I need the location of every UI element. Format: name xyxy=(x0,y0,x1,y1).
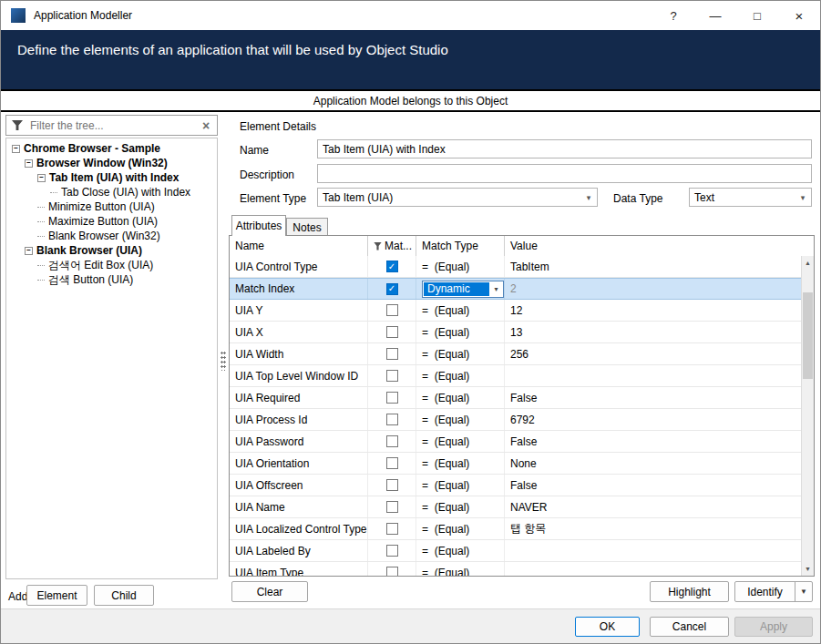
attribute-value[interactable]: 12 xyxy=(505,300,801,321)
attribute-value[interactable] xyxy=(505,562,801,576)
attribute-row[interactable]: UIA Control Type✓= (Equal)TabItem xyxy=(230,256,801,278)
attribute-value[interactable]: NAVER xyxy=(505,496,801,517)
highlight-button[interactable]: Highlight xyxy=(650,581,729,602)
attribute-row[interactable]: UIA Top Level Window ID= (Equal) xyxy=(230,365,801,387)
match-checkbox[interactable] xyxy=(386,545,398,557)
match-type-cell[interactable]: = (Equal) xyxy=(416,431,505,452)
element-type-dropdown[interactable]: Tab Item (UIA) ▾ xyxy=(317,188,598,207)
match-checkbox[interactable] xyxy=(386,567,398,576)
tree-item[interactable]: Minimize Button (UIA) xyxy=(6,199,217,214)
attribute-value[interactable] xyxy=(505,540,801,561)
tree-item[interactable]: 검색 Button (UIA) xyxy=(6,272,217,287)
attribute-row[interactable]: UIA X= (Equal)13 xyxy=(230,322,801,343)
attribute-value[interactable]: TabItem xyxy=(505,256,801,277)
maximize-button[interactable]: □ xyxy=(736,1,778,30)
attribute-row[interactable]: UIA Y= (Equal)12 xyxy=(230,300,801,322)
tree-collapse-icon[interactable]: − xyxy=(37,174,46,182)
match-checkbox[interactable] xyxy=(386,523,398,535)
match-type-cell[interactable]: = (Equal) xyxy=(416,409,505,430)
clear-button[interactable]: Clear xyxy=(231,581,308,602)
add-child-button[interactable]: Child xyxy=(94,585,154,606)
match-type-cell[interactable]: = (Equal) xyxy=(416,387,505,408)
tab-attributes[interactable]: Attributes xyxy=(231,215,286,236)
attribute-row[interactable]: UIA Offscreen= (Equal)False xyxy=(230,475,801,496)
match-type-cell[interactable]: = (Equal) xyxy=(416,256,505,277)
match-type-cell[interactable]: = (Equal) xyxy=(416,475,505,496)
attribute-value[interactable] xyxy=(505,365,801,386)
match-checkbox[interactable]: ✓ xyxy=(386,261,398,272)
match-checkbox[interactable] xyxy=(386,457,398,469)
match-type-cell[interactable]: = (Equal) xyxy=(416,540,505,561)
tree-item[interactable]: −Chrome Browser - Sample xyxy=(6,141,217,156)
ok-button[interactable]: OK xyxy=(575,617,640,637)
panel-splitter-handle[interactable] xyxy=(221,351,226,371)
attribute-value[interactable]: 256 xyxy=(505,343,801,364)
attribute-value[interactable]: 탭 항목 xyxy=(505,518,801,539)
match-type-cell[interactable]: = (Equal) xyxy=(416,453,505,474)
tree-collapse-icon[interactable]: − xyxy=(12,145,20,153)
identify-button[interactable]: Identify ▼ xyxy=(734,581,813,602)
identify-dropdown-icon[interactable]: ▼ xyxy=(795,582,812,601)
attribute-value[interactable]: None xyxy=(505,453,801,474)
match-type-cell[interactable]: Dynamic▾ xyxy=(416,279,505,299)
scrollbar-thumb[interactable] xyxy=(803,292,813,379)
attribute-row[interactable]: UIA Labeled By= (Equal) xyxy=(230,540,801,562)
attribute-row[interactable]: UIA Orientation= (Equal)None xyxy=(230,453,801,475)
tree-item[interactable]: Tab Close (UIA) with Index xyxy=(6,185,217,199)
scroll-down-icon[interactable]: ▼ xyxy=(802,562,814,576)
help-button[interactable]: ? xyxy=(652,1,694,30)
tree-filter-input[interactable] xyxy=(28,118,195,133)
match-checkbox[interactable] xyxy=(386,435,398,447)
apply-button[interactable]: Apply xyxy=(734,617,813,637)
cancel-button[interactable]: Cancel xyxy=(650,617,729,637)
match-checkbox[interactable] xyxy=(386,370,398,382)
match-type-cell[interactable]: = (Equal) xyxy=(416,343,505,364)
attribute-value[interactable]: False xyxy=(505,431,801,452)
attribute-value[interactable]: 2 xyxy=(505,279,801,299)
match-checkbox[interactable] xyxy=(386,326,398,338)
attribute-row[interactable]: UIA Required= (Equal)False xyxy=(230,387,801,409)
attribute-value[interactable]: 6792 xyxy=(505,409,801,430)
match-type-cell[interactable]: = (Equal) xyxy=(416,300,505,321)
chevron-down-icon[interactable]: ▾ xyxy=(795,193,811,202)
match-type-cell[interactable]: = (Equal) xyxy=(416,518,505,539)
attribute-row[interactable]: UIA Password= (Equal)False xyxy=(230,431,801,453)
tab-notes[interactable]: Notes xyxy=(286,218,328,236)
tree-item[interactable]: Blank Browser (Win32) xyxy=(6,229,217,243)
match-type-cell[interactable]: = (Equal) xyxy=(416,322,505,342)
match-checkbox[interactable] xyxy=(386,392,398,404)
attribute-value[interactable]: False xyxy=(505,387,801,408)
match-checkbox[interactable]: ✓ xyxy=(386,283,398,295)
minimize-button[interactable]: — xyxy=(694,1,736,30)
attribute-row[interactable]: UIA Width= (Equal)256 xyxy=(230,343,801,365)
attribute-row[interactable]: UIA Localized Control Type= (Equal)탭 항목 xyxy=(230,518,801,540)
attribute-row[interactable]: UIA Name= (Equal)NAVER xyxy=(230,496,801,518)
chevron-down-icon[interactable]: ▾ xyxy=(489,281,503,297)
match-checkbox[interactable] xyxy=(386,479,398,491)
match-checkbox[interactable] xyxy=(386,348,398,360)
attribute-value[interactable]: False xyxy=(505,475,801,496)
data-type-dropdown[interactable]: Text ▾ xyxy=(689,188,812,207)
name-input[interactable] xyxy=(317,139,812,158)
attribute-value[interactable]: 13 xyxy=(505,322,801,342)
match-checkbox[interactable] xyxy=(386,501,398,513)
tree-collapse-icon[interactable]: − xyxy=(25,159,33,168)
table-scrollbar[interactable]: ▲ ▼ xyxy=(801,256,814,576)
identify-button-label[interactable]: Identify xyxy=(735,582,795,601)
chevron-down-icon[interactable]: ▾ xyxy=(580,193,597,202)
tree-item[interactable]: 검색어 Edit Box (UIA) xyxy=(6,258,217,272)
match-type-cell[interactable]: = (Equal) xyxy=(416,562,505,576)
close-button[interactable]: × xyxy=(778,1,820,30)
match-checkbox[interactable] xyxy=(386,304,398,316)
tree-item[interactable]: −Browser Window (Win32) xyxy=(6,156,217,170)
match-type-cell[interactable]: = (Equal) xyxy=(416,496,505,517)
match-type-dropdown[interactable]: Dynamic▾ xyxy=(422,281,504,298)
add-element-button[interactable]: Element xyxy=(26,585,87,606)
tree-item[interactable]: −Tab Item (UIA) with Index xyxy=(6,170,217,185)
attribute-row[interactable]: UIA Item Type= (Equal) xyxy=(230,562,801,576)
tree-item[interactable]: Maximize Button (UIA) xyxy=(6,214,217,229)
attribute-row[interactable]: Match Index✓Dynamic▾2 xyxy=(230,278,801,300)
tree-collapse-icon[interactable]: − xyxy=(25,247,33,255)
clear-filter-icon[interactable]: × xyxy=(195,118,217,133)
attribute-row[interactable]: UIA Process Id= (Equal)6792 xyxy=(230,409,801,431)
